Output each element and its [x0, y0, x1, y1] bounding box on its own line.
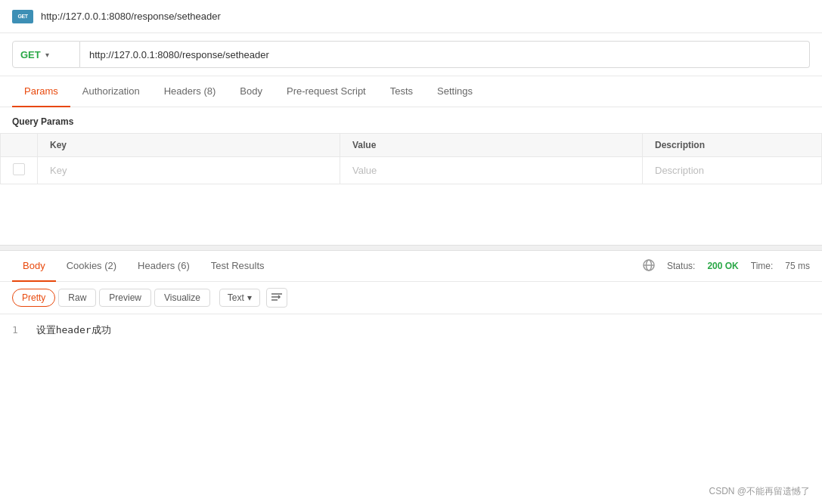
response-tabs-bar: Body Cookies (2) Headers (6) Test Result…: [0, 251, 822, 282]
tab-body[interactable]: Body: [228, 76, 275, 107]
status-value: 200 OK: [707, 261, 738, 271]
url-bar: GET ▾: [0, 33, 822, 76]
preview-button[interactable]: Preview: [99, 289, 151, 307]
query-params-table: Key Value Description Key Value Descript…: [0, 133, 822, 184]
raw-button[interactable]: Raw: [58, 289, 96, 307]
response-tab-test-results[interactable]: Test Results: [200, 251, 275, 282]
row-desc-cell[interactable]: Description: [643, 157, 822, 184]
format-select-container: Text ▾: [219, 289, 260, 307]
title-bar: GET http://127.0.0.1:8080/response/sethe…: [0, 0, 822, 33]
tab-headers[interactable]: Headers (8): [152, 76, 228, 107]
row-value-cell[interactable]: Value: [340, 157, 643, 184]
response-tabs-left: Body Cookies (2) Headers (6) Test Result…: [12, 251, 275, 281]
tab-tests[interactable]: Tests: [378, 76, 425, 107]
time-label: Time:: [751, 261, 774, 271]
status-label: Status:: [667, 261, 695, 271]
th-checkbox: [1, 134, 38, 157]
response-body-toolbar: Pretty Raw Preview Visualize Text ▾: [0, 282, 822, 314]
response-tab-cookies[interactable]: Cookies (2): [56, 251, 127, 282]
format-select-label: Text: [228, 292, 244, 303]
table-header-row: Key Value Description: [1, 134, 822, 157]
tab-prerequest[interactable]: Pre-request Script: [275, 76, 378, 107]
response-tab-body[interactable]: Body: [12, 251, 56, 282]
tab-settings[interactable]: Settings: [425, 76, 485, 107]
request-tabs: Params Authorization Headers (8) Body Pr…: [0, 76, 822, 107]
query-params-title: Query Params: [0, 107, 822, 133]
table-row: Key Value Description: [1, 157, 822, 184]
th-value: Value: [340, 134, 643, 157]
wrap-icon: [271, 292, 283, 305]
page-title: http://127.0.0.1:8080/response/setheader: [41, 11, 221, 22]
row-checkbox[interactable]: [13, 163, 25, 175]
footer-text: CSDN @不能再留遗憾了: [709, 486, 810, 496]
tab-authorization[interactable]: Authorization: [70, 76, 152, 107]
section-divider: [0, 245, 822, 251]
wrap-button-container: [266, 288, 287, 308]
visualize-button[interactable]: Visualize: [154, 289, 210, 307]
response-status: Status: 200 OK Time: 75 ms: [643, 259, 810, 274]
chevron-down-icon: ▾: [45, 51, 49, 59]
line-number: 1: [12, 324, 18, 335]
response-content: 1 设置header成功: [0, 314, 822, 346]
tab-params[interactable]: Params: [12, 76, 70, 107]
response-text: 设置header成功: [36, 324, 111, 335]
wrap-button[interactable]: [266, 288, 287, 308]
th-description: Description: [643, 134, 822, 157]
globe-icon: [643, 259, 655, 274]
pretty-button[interactable]: Pretty: [12, 289, 55, 307]
response-tab-headers[interactable]: Headers (6): [127, 251, 200, 282]
time-value: 75 ms: [785, 261, 810, 271]
method-label: GET: [20, 49, 41, 60]
method-select[interactable]: GET ▾: [12, 41, 80, 68]
footer: CSDN @不能再留遗憾了: [709, 485, 810, 498]
row-checkbox-cell[interactable]: [1, 157, 38, 184]
row-key-cell[interactable]: Key: [38, 157, 340, 184]
method-icon: GET: [12, 9, 33, 24]
url-input[interactable]: [80, 41, 810, 68]
format-select-button[interactable]: Text ▾: [219, 289, 260, 307]
format-chevron-icon: ▾: [247, 292, 252, 303]
empty-area: [0, 184, 822, 245]
title-icon-text: GET: [18, 14, 28, 19]
th-key: Key: [38, 134, 340, 157]
